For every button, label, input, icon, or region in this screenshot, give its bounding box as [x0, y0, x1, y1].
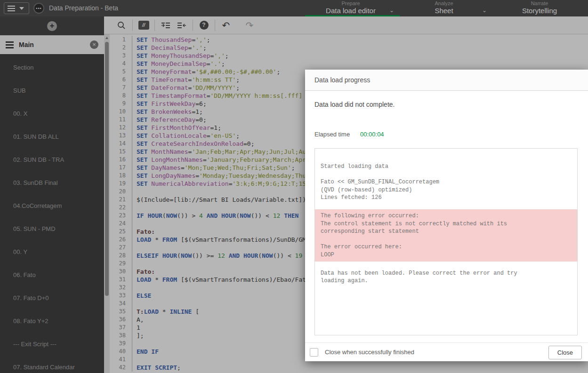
elapsed-time-label: Elapsed time	[314, 131, 350, 138]
data-load-progress-dialog: Data load progress Data load did not com…	[305, 70, 588, 361]
close-button[interactable]: Close	[548, 346, 582, 359]
dialog-footer: Close when successfully finished Close	[305, 342, 588, 361]
checkbox-label: Close when successfully finished	[325, 349, 414, 356]
log-error-segment: The following error occurred:The control…	[315, 209, 577, 262]
dialog-status-text: Data load did not complete.	[314, 101, 395, 108]
log-segment: Data has not been loaded. Please correct…	[315, 262, 577, 285]
load-log-output: Started loading data Fato << GM_SunDB_FI…	[314, 148, 578, 335]
log-segment: Started loading data Fato << GM_SunDB_FI…	[315, 149, 577, 209]
close-when-finished-checkbox[interactable]	[310, 348, 318, 357]
elapsed-time-value: 00:00:04	[360, 131, 384, 138]
app-root: ••• Data Preparation - Beta Prepare Data…	[0, 0, 588, 373]
dialog-title: Data load progress	[305, 70, 588, 91]
